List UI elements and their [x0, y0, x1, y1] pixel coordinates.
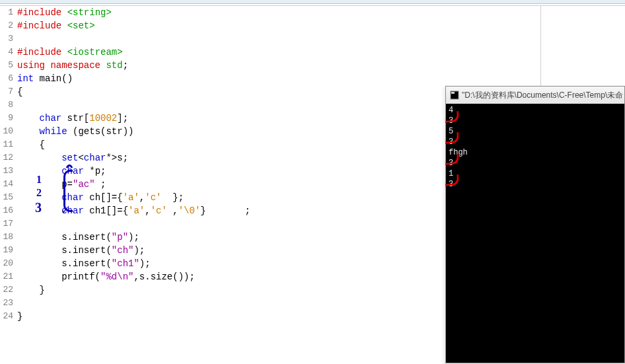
code-text[interactable]: s.insert("p");: [17, 231, 139, 244]
line-number: 8: [0, 98, 17, 112]
console-app-icon: [450, 91, 459, 100]
line-number: 5: [0, 59, 17, 72]
code-line[interactable]: 2#include <set>: [0, 19, 625, 32]
code-text[interactable]: #include <iostream>: [17, 46, 123, 59]
code-text[interactable]: int main(): [17, 72, 73, 85]
editor-scrollbar-edge: [540, 5, 541, 86]
line-number: 13: [0, 164, 17, 178]
svg-rect-1: [451, 92, 455, 94]
code-line[interactable]: 6int main(): [0, 72, 625, 85]
line-number: 24: [0, 310, 17, 323]
line-number: 7: [0, 85, 17, 98]
line-number: 11: [0, 138, 17, 151]
line-number: 12: [0, 151, 17, 164]
console-line: fhgh: [449, 147, 622, 158]
code-text[interactable]: {: [17, 85, 22, 98]
line-number: 6: [0, 72, 17, 85]
code-text[interactable]: using namespace std;: [17, 59, 128, 72]
line-number: 20: [0, 257, 17, 270]
code-text[interactable]: p="ac" ;: [17, 178, 106, 191]
code-text[interactable]: printf("%d\n",s.size());: [17, 270, 195, 283]
console-line: 3: [449, 179, 622, 190]
code-text[interactable]: char ch[]={'a','c' };: [17, 191, 184, 204]
code-text[interactable]: s.insert("ch");: [17, 244, 145, 257]
console-line: 3: [449, 158, 622, 168]
console-title-text: "D:\我的资料库\Documents\C-Free\Temp\未命: [462, 90, 623, 101]
console-line: 3: [449, 116, 622, 126]
console-line: 4: [449, 105, 622, 116]
top-toolbar-strip: [0, 0, 625, 4]
code-text[interactable]: #include <set>: [17, 19, 95, 32]
console-output-lines: 4353fhgh313: [449, 105, 622, 190]
line-number: 23: [0, 297, 17, 310]
line-number: 4: [0, 46, 17, 59]
console-line: 5: [449, 126, 622, 137]
line-number: 22: [0, 283, 17, 297]
line-number: 16: [0, 204, 17, 217]
code-text[interactable]: char *p;: [17, 164, 106, 178]
line-number: 18: [0, 231, 17, 244]
line-number: 17: [0, 217, 17, 231]
handwriting-number-3: 3: [35, 200, 42, 215]
line-number: 2: [0, 19, 17, 32]
console-output[interactable]: 4353fhgh313: [446, 104, 624, 363]
code-text[interactable]: while (gets(str)): [17, 125, 133, 138]
code-line[interactable]: 4#include <iostream>: [0, 46, 625, 59]
line-number: 19: [0, 244, 17, 257]
line-number: 10: [0, 125, 17, 138]
code-text[interactable]: char ch1[]={'a','c' ,'\0'} ;: [17, 204, 250, 217]
code-text[interactable]: char str[10002];: [17, 112, 128, 125]
code-text[interactable]: s.insert("ch1");: [17, 257, 151, 270]
line-number: 9: [0, 112, 17, 125]
line-number: 14: [0, 178, 17, 191]
code-text[interactable]: {: [17, 138, 45, 151]
console-window[interactable]: "D:\我的资料库\Documents\C-Free\Temp\未命 4353f…: [445, 86, 625, 363]
handwriting-number-1: 1: [36, 174, 42, 186]
code-text[interactable]: }: [17, 283, 45, 297]
console-line: 1: [449, 168, 622, 179]
console-titlebar[interactable]: "D:\我的资料库\Documents\C-Free\Temp\未命: [446, 87, 624, 104]
line-number: 21: [0, 270, 17, 283]
code-text[interactable]: set<char*>s;: [17, 151, 128, 164]
line-number: 3: [0, 32, 17, 46]
code-text[interactable]: #include <string>: [17, 6, 112, 19]
code-text[interactable]: }: [17, 310, 22, 323]
code-line[interactable]: 5using namespace std;: [0, 59, 625, 72]
handwriting-check: ✓: [61, 203, 71, 212]
line-number: 1: [0, 6, 17, 19]
line-number: 15: [0, 191, 17, 204]
code-line[interactable]: 3: [0, 32, 625, 46]
code-line[interactable]: 1#include <string>: [0, 6, 625, 19]
console-line: 3: [449, 137, 622, 147]
handwriting-number-2: 2: [36, 187, 42, 199]
